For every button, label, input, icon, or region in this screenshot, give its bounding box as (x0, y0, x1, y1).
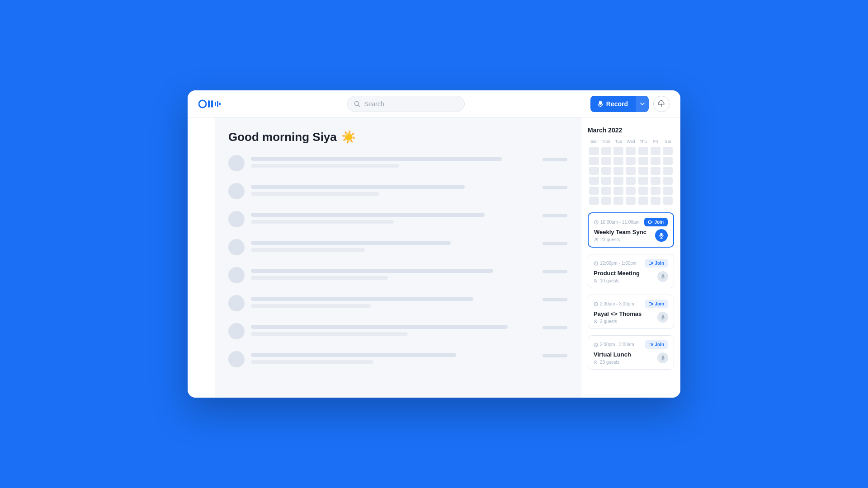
cloud-upload-icon (658, 100, 665, 108)
active-mic-bubble[interactable] (655, 229, 668, 242)
svg-rect-31 (662, 356, 664, 359)
calendar-week (588, 146, 674, 155)
search-input-wrap[interactable]: Search (347, 96, 465, 112)
svg-point-25 (594, 320, 596, 322)
feed-lines (251, 323, 536, 336)
day-mon: Mon (600, 138, 612, 145)
join-button-3[interactable]: Join (645, 300, 668, 308)
avatar (228, 295, 245, 311)
feed-lines (251, 155, 536, 168)
join-button-4[interactable]: Join (645, 340, 668, 349)
subtitle-line (251, 164, 399, 168)
calendar-day[interactable] (601, 147, 611, 155)
calendar-day[interactable] (651, 167, 660, 175)
calendar-day[interactable] (651, 157, 660, 165)
calendar-day[interactable] (626, 157, 636, 165)
title-line (251, 157, 502, 161)
meeting-info: Product Meeting 10 guests (594, 270, 640, 283)
svg-line-7 (359, 105, 360, 107)
calendar-day[interactable] (589, 177, 599, 185)
calendar-day[interactable] (613, 167, 623, 175)
meeting-1-guests: 23 guests (594, 237, 646, 242)
meeting-3-title: Payal <> Thomas (594, 310, 642, 317)
calendar-day[interactable] (651, 187, 660, 195)
meeting-time: 2:00pm - 3:00am (594, 342, 634, 347)
action-placeholder (542, 214, 567, 217)
calendar-day[interactable] (589, 167, 599, 175)
title-line (251, 269, 493, 273)
calendar-day[interactable] (663, 177, 673, 185)
record-dropdown-button[interactable] (635, 96, 649, 112)
calendar-day[interactable] (626, 167, 636, 175)
calendar-day[interactable] (638, 167, 648, 175)
calendar-day[interactable] (589, 147, 599, 155)
svg-rect-19 (649, 262, 652, 265)
svg-rect-2 (211, 100, 213, 108)
record-label: Record (606, 100, 628, 108)
calendar-day[interactable] (638, 187, 648, 195)
meeting-card-1: 10:00am - 11:00am Join Weekly Team (588, 212, 674, 248)
title-line (251, 241, 451, 245)
join-label-2: Join (655, 261, 664, 266)
join-button-2[interactable]: Join (645, 259, 668, 267)
calendar-day[interactable] (613, 177, 623, 185)
avatar (228, 267, 245, 283)
calendar-day[interactable] (626, 147, 636, 155)
meeting-time: 12:00pm - 1:00pm (594, 261, 637, 266)
calendar-day[interactable] (589, 197, 599, 205)
calendar-day[interactable] (613, 197, 623, 205)
calendar-day[interactable] (651, 147, 660, 155)
calendar-day[interactable] (613, 187, 623, 195)
meeting-4-guests: 23 guests (594, 360, 631, 365)
svg-rect-4 (217, 101, 218, 107)
calendar-week (588, 186, 674, 195)
record-button[interactable]: Record (590, 96, 635, 112)
calendar-day[interactable] (589, 157, 599, 165)
calendar-day[interactable] (626, 187, 636, 195)
calendar-day[interactable] (663, 187, 673, 195)
meeting-2-guests: 10 guests (594, 278, 640, 283)
mic-icon (661, 315, 665, 320)
feed-lines (251, 211, 536, 224)
upload-button[interactable] (653, 96, 670, 112)
calendar-day[interactable] (638, 147, 648, 155)
join-label-3: Join (655, 301, 664, 306)
calendar-day[interactable] (626, 197, 636, 205)
calendar-day[interactable] (601, 187, 611, 195)
action-placeholder (542, 158, 567, 161)
mic-icon (661, 274, 665, 279)
calendar-day[interactable] (651, 177, 660, 185)
calendar-day[interactable] (651, 197, 660, 205)
calendar-day[interactable] (601, 157, 611, 165)
calendar-week (588, 166, 674, 175)
calendar-day[interactable] (601, 197, 611, 205)
right-sidebar: March 2022 Sun Mon Tue Wed Thu Fri Sat (581, 117, 680, 398)
inactive-mic-bubble[interactable] (657, 352, 668, 363)
list-item (228, 351, 567, 369)
calendar-day[interactable] (663, 157, 673, 165)
meeting-time: 10:00am - 11:00am (594, 220, 640, 225)
calendar-day[interactable] (638, 197, 648, 205)
svg-point-13 (595, 238, 597, 240)
calendar-day[interactable] (663, 197, 673, 205)
calendar-day[interactable] (589, 187, 599, 195)
calendar-day[interactable] (626, 177, 636, 185)
meeting-3-guests-count: 2 guests (600, 319, 617, 324)
meeting-card-2: 12:00pm - 1:00pm Join Product Meet (588, 254, 674, 288)
calendar-day[interactable] (613, 157, 623, 165)
calendar-day[interactable] (663, 167, 673, 175)
meeting-footer: Payal <> Thomas 2 guests (594, 310, 668, 324)
calendar-day[interactable] (663, 147, 673, 155)
video-icon (649, 261, 653, 265)
inactive-mic-bubble[interactable] (657, 271, 668, 282)
feed-lines (251, 351, 536, 364)
join-button-1[interactable]: Join (644, 218, 668, 226)
calendar-day[interactable] (638, 177, 648, 185)
calendar-day[interactable] (601, 177, 611, 185)
calendar-day[interactable] (601, 167, 611, 175)
svg-rect-8 (599, 101, 602, 105)
calendar-day[interactable] (613, 147, 623, 155)
action-placeholder (542, 326, 567, 329)
inactive-mic-bubble[interactable] (657, 312, 668, 323)
calendar-day[interactable] (638, 157, 648, 165)
